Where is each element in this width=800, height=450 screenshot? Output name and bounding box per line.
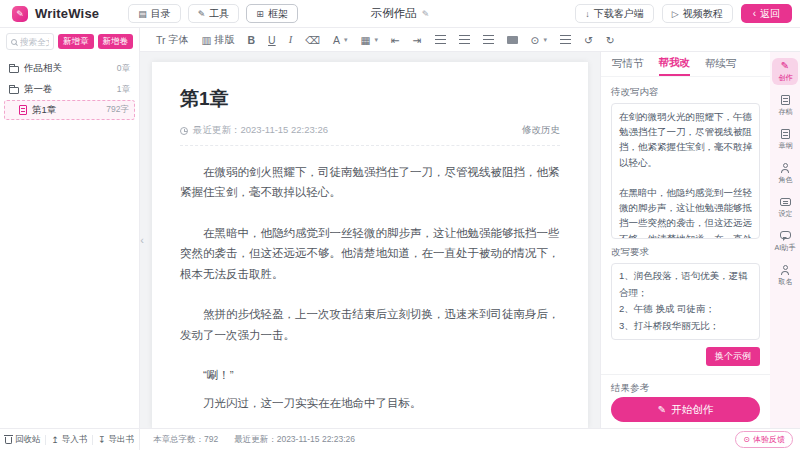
tools-button[interactable]: ✎ 工具 [188, 4, 240, 23]
video-tutorial-button[interactable]: ▷ 视频教程 [662, 4, 733, 23]
rail-item-naming[interactable]: 取名 [772, 262, 798, 289]
clear-format-button[interactable]: ⌫ [305, 34, 320, 46]
feedback-button[interactable]: ⊙ 体验反馈 [735, 431, 793, 448]
directory-button[interactable]: ▤ 目录 [128, 4, 181, 23]
tab-write-plot[interactable]: 写情节 [612, 52, 644, 76]
rail-item-settings[interactable]: 设定 [772, 194, 798, 221]
font-color-button[interactable]: A▾ [333, 34, 348, 46]
rail-item-ai-helper[interactable]: AI助手 [772, 228, 798, 255]
editor-page[interactable]: 第1章 最近更新：2023-11-15 22:23:26 修改历史 在微弱的剑火… [152, 62, 588, 428]
indent-increase-button[interactable]: ⇥ [413, 34, 422, 46]
align-right-button[interactable] [483, 35, 494, 44]
directory-icon: ▤ [138, 9, 147, 19]
frame-icon: ⊞ [256, 9, 264, 19]
image-icon: ▦ [361, 34, 371, 46]
pen-icon: ✎ [658, 404, 666, 415]
assistant-content: 待改写内容 在剑的微弱火光的照耀下，午德勉强挡住了一刀，尽管视线被阻挡，他紧紧握… [601, 77, 770, 394]
export-book-button[interactable]: ↧ 导出书 [98, 434, 134, 446]
tree-item-label: 作品相关 [24, 62, 62, 75]
framework-button[interactable]: ⊞ 框架 [246, 4, 298, 23]
new-volume-button[interactable]: 新增卷 [98, 34, 134, 49]
recycle-bin-button[interactable]: 回收站 [5, 434, 41, 446]
requirement-line: 3、打斗桥段华丽无比； [619, 318, 752, 335]
brand-name: WriteWise [35, 6, 99, 21]
underline-button[interactable]: U [268, 34, 276, 46]
folder-icon [9, 66, 19, 73]
result-reference-label: 结果参考 [611, 382, 760, 395]
insert-image-button[interactable]: ▦▾ [361, 34, 378, 46]
divider-block-button[interactable] [507, 36, 518, 44]
bold-button[interactable]: B [247, 34, 255, 46]
trash-icon [5, 437, 12, 444]
tree-item-related[interactable]: 作品相关 0章 [0, 58, 139, 79]
italic-button[interactable]: I [289, 34, 293, 45]
video-tutorial-label: 视频教程 [683, 7, 723, 21]
tree-item-volume-1[interactable]: 第一卷 1章 [0, 79, 139, 100]
brand-logo-icon: ✎ [12, 6, 28, 22]
layout-button[interactable]: ▥ 排版 [202, 33, 235, 47]
change-example-button[interactable]: 换个示例 [706, 347, 760, 366]
edit-title-icon[interactable]: ✎ [422, 9, 430, 19]
tab-help-rewrite[interactable]: 帮我改 [659, 52, 691, 76]
font-color-icon: A [333, 34, 340, 46]
document-title: 示例作品 [371, 6, 417, 21]
chevron-down-icon: ▾ [344, 36, 348, 44]
rail-item-create[interactable]: ✎ 创作 [772, 58, 798, 85]
rail-item-drafts[interactable]: 存稿 [772, 92, 798, 119]
search-input[interactable] [20, 37, 49, 47]
chevron-left-icon: ‹ [140, 234, 144, 246]
back-button[interactable]: ‹ 返回 [741, 4, 792, 23]
draft-icon [781, 95, 790, 105]
tree-item-label: 第一卷 [24, 83, 53, 96]
status-bar: 回收站 ↥ 导入书 ↧ 导出书 本章总字数：792 最近更新：2023-11-1… [0, 428, 800, 450]
character-icon [780, 163, 790, 173]
folder-open-icon [9, 87, 19, 94]
align-center-button[interactable] [459, 35, 470, 44]
rewrite-requirements-input[interactable]: 1、润色段落，语句优美，逻辑合理； 2、午德 换成 司徒南； 3、打斗桥段华丽无… [611, 263, 760, 340]
tree-item-count: 0章 [117, 63, 130, 75]
import-book-button[interactable]: ↥ 导入书 [51, 434, 87, 446]
pen-icon: ✎ [16, 9, 24, 19]
chevron-down-icon: ▾ [374, 36, 378, 44]
start-creation-button[interactable]: ✎ 开始创作 [611, 397, 760, 422]
rail-item-chapter-outline[interactable]: 章纲 [772, 126, 798, 153]
align-left-button[interactable] [435, 35, 446, 44]
tree-item-chapter-1-selected[interactable]: 第1章 792字 [4, 100, 135, 120]
play-icon: ▷ [672, 9, 679, 19]
start-creation-label: 开始创作 [671, 403, 713, 417]
rail-item-label: 角色 [778, 175, 792, 185]
revision-history-link[interactable]: 修改历史 [522, 124, 560, 137]
download-icon: ↓ [585, 9, 590, 19]
format-toolbar: Tr 字体 ▥ 排版 B U I ⌫ A▾ ▦▾ ⇤ ⇥ ⊙▾ ↺ ↻ [140, 28, 800, 52]
sidebar-collapse-handle[interactable]: ‹ [137, 228, 147, 252]
ai-assistant-panel: 写情节 帮我改 帮续写 待改写内容 在剑的微弱火光的照耀下，午德勉强挡住了一刀，… [600, 52, 770, 428]
emoji-button[interactable]: ⊙▾ [531, 34, 547, 46]
divider [601, 374, 770, 375]
last-updated-text: 最近更新：2023-11-15 22:23:26 [193, 124, 328, 137]
chapter-body[interactable]: 在微弱的剑火照耀下，司徒南勉强挡住了一刀，尽管视线被阻挡，他紧紧握住宝剑，毫不敢… [180, 146, 560, 428]
paragraph: 在微弱的剑火照耀下，司徒南勉强挡住了一刀，尽管视线被阻挡，他紧紧握住宝剑，毫不敢… [180, 162, 560, 203]
last-updated-status: 最近更新：2023-11-15 22:23:26 [234, 434, 355, 446]
requirement-line: 1、润色段落，语句优美，逻辑合理； [619, 268, 752, 301]
rail-item-label: 创作 [778, 73, 792, 83]
export-book-label: 导出书 [109, 434, 135, 446]
search-box [6, 33, 54, 50]
download-client-label: 下载客户端 [594, 7, 644, 21]
paragraph: 刀光闪过，这一刀实实在在地命中了目标。 [180, 393, 560, 413]
font-button[interactable]: Tr 字体 [156, 33, 189, 47]
new-chapter-button[interactable]: 新增章 [58, 34, 94, 49]
download-client-button[interactable]: ↓ 下载客户端 [575, 4, 654, 23]
divider [45, 435, 46, 445]
naming-icon [780, 265, 790, 275]
chevron-left-icon: ‹ [753, 8, 756, 19]
chevron-down-icon: ▾ [543, 36, 547, 44]
undo-button[interactable]: ↺ [584, 34, 593, 46]
tab-help-continue[interactable]: 帮续写 [705, 52, 737, 76]
redo-button[interactable]: ↻ [606, 34, 615, 46]
rewrite-content-input[interactable]: 在剑的微弱火光的照耀下，午德勉强挡住了一刀，尽管视线被阻挡，他紧紧握住宝剑，毫不… [611, 103, 760, 239]
rewrite-content-label: 待改写内容 [611, 86, 760, 99]
list-button[interactable] [560, 35, 571, 44]
editor-area: 第1章 最近更新：2023-11-15 22:23:26 修改历史 在微弱的剑火… [140, 52, 600, 428]
rail-item-characters[interactable]: 角色 [772, 160, 798, 187]
indent-decrease-button[interactable]: ⇤ [391, 34, 400, 46]
